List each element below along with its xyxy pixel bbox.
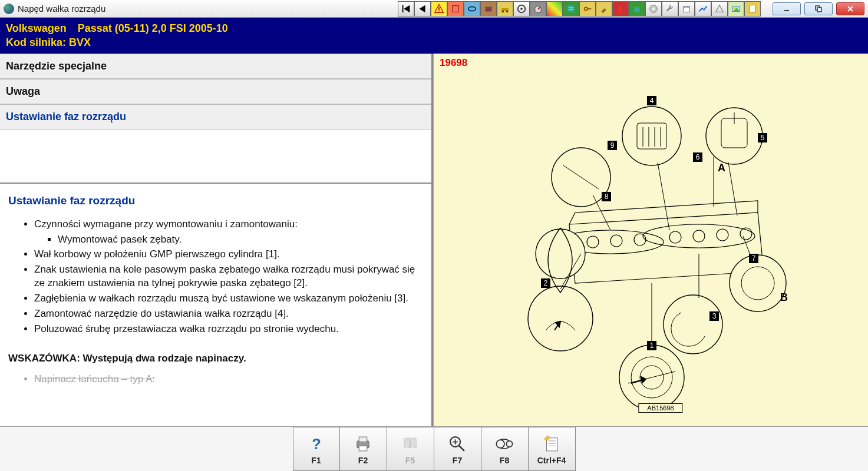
svg-marker-28 [716, 5, 724, 12]
list-icon[interactable] [563, 1, 579, 16]
printer-icon [353, 433, 373, 455]
svg-rect-21 [618, 6, 622, 12]
svg-line-68 [658, 162, 669, 230]
f5-button: F5 [387, 427, 434, 471]
section-special-tools[interactable]: Narzędzie specjalne [0, 54, 431, 79]
svg-rect-99 [359, 437, 367, 442]
svg-line-69 [728, 162, 737, 215]
belt-pulley-icon [494, 433, 514, 455]
svg-point-43 [669, 231, 681, 243]
graph-icon[interactable] [695, 1, 711, 16]
fuel-icon[interactable] [612, 1, 629, 16]
app-icon [4, 4, 14, 14]
hint-text: WSKAZÓWKA: Występują dwa rodzaje napinac… [8, 353, 423, 364]
svg-point-50 [622, 107, 681, 165]
left-pane: Narzędzie specjalne Uwaga Ustawianie faz… [0, 54, 433, 426]
prev-icon[interactable] [414, 1, 431, 16]
wheel-icon[interactable] [513, 1, 530, 16]
svg-rect-32 [750, 5, 755, 12]
list-item-cutoff: Napinacz łańcucha – typ A: [34, 373, 423, 386]
svg-marker-2 [420, 5, 425, 12]
svg-text:7: 7 [752, 254, 756, 263]
svg-point-25 [652, 8, 655, 10]
car-icon[interactable] [497, 1, 513, 16]
belt-icon[interactable] [464, 1, 480, 16]
svg-point-39 [643, 224, 755, 248]
list-item: Wał korbowy w położeniu GMP pierwszego c… [34, 248, 423, 261]
svg-rect-0 [402, 5, 404, 12]
ctrl-f4-notes-button[interactable]: Ctrl+F4 [529, 427, 576, 471]
svg-text:5: 5 [761, 134, 765, 142]
svg-rect-23 [635, 7, 640, 12]
can-icon[interactable] [629, 1, 645, 16]
f7-zoom-button[interactable]: F7 [434, 427, 481, 471]
diagram-ref-box: AB15698 [638, 403, 682, 413]
list-item: Zagłębienia w wałkach rozrządu muszą być… [34, 292, 423, 306]
maximize-button[interactable] [804, 2, 833, 15]
svg-text:1: 1 [650, 341, 654, 350]
engine-code-value: BVX [69, 37, 91, 48]
svg-point-53 [730, 255, 786, 311]
list-item: Zamontować narzędzie do ustawiania wałka… [34, 307, 423, 321]
svg-marker-1 [404, 5, 410, 12]
minimize-button[interactable] [773, 2, 801, 15]
svg-point-19 [585, 7, 588, 10]
chart-icon[interactable] [546, 1, 563, 16]
page-icon[interactable] [744, 1, 761, 16]
svg-point-41 [610, 235, 622, 247]
f2-print-button[interactable]: F2 [340, 427, 387, 471]
f1-help-button[interactable]: ? F1 [293, 427, 340, 471]
svg-rect-4 [438, 7, 440, 9]
wrench-icon[interactable] [662, 1, 678, 16]
content-heading: Ustawianie faz rozrządu [8, 194, 423, 207]
svg-rect-27 [684, 6, 690, 8]
titlebar: Napęd wałka rozrządu [0, 0, 868, 18]
svg-text:B: B [780, 291, 788, 303]
first-icon[interactable] [398, 1, 414, 16]
f8-belt-button[interactable]: F8 [481, 427, 529, 471]
diagram-pane: 19698 [433, 54, 868, 426]
flag-icon[interactable] [447, 1, 464, 16]
section-timing-setup[interactable]: Ustawianie faz rozrządu [0, 104, 431, 130]
svg-text:6: 6 [696, 153, 700, 161]
svg-point-44 [693, 230, 705, 242]
svg-point-40 [587, 236, 599, 248]
engine-code-label: Kod silnika: [6, 37, 66, 48]
list-item: Wymontować pasek zębaty. [58, 233, 423, 247]
disc-icon[interactable] [645, 1, 662, 16]
svg-point-54 [536, 229, 585, 278]
warning-icon[interactable] [431, 1, 447, 16]
section-gap [0, 130, 431, 183]
svg-text:3: 3 [712, 312, 717, 320]
svg-line-102 [459, 445, 464, 450]
close-button[interactable] [836, 2, 864, 15]
help-icon: ? [306, 433, 326, 455]
svg-rect-8 [486, 6, 492, 11]
diagram-ref: 19698 [440, 57, 467, 69]
engine-icon[interactable] [480, 1, 497, 16]
tool-icon[interactable] [596, 1, 612, 16]
svg-point-47 [528, 286, 593, 351]
svg-text:9: 9 [610, 141, 615, 150]
content-scroll[interactable]: Ustawianie faz rozrządu Czynności wymaga… [0, 183, 431, 426]
tri-icon[interactable] [711, 1, 728, 16]
gauge-icon[interactable] [530, 1, 546, 16]
svg-point-11 [506, 10, 509, 12]
function-key-bar: ? F1 F2 F5 F7 F8 Ctrl+F4 [0, 426, 868, 471]
svg-rect-16 [568, 5, 575, 12]
svg-point-45 [717, 229, 728, 241]
pic-icon[interactable] [728, 1, 744, 16]
toolbar [398, 1, 761, 16]
list-item: Czynności wymagane przy wymontowaniu i z… [34, 218, 423, 247]
window-controls [773, 2, 864, 15]
svg-point-42 [634, 234, 646, 246]
key-icon[interactable] [579, 1, 596, 16]
svg-rect-6 [452, 5, 460, 12]
section-note[interactable]: Uwaga [0, 79, 431, 104]
cal-icon[interactable] [678, 1, 695, 16]
svg-point-52 [664, 295, 722, 354]
list-item: Poluzować śrubę przestawiacza wałka rozr… [34, 323, 423, 336]
diagram-image: 1 2 3 4 5 6 7 8 9 A B [504, 77, 817, 424]
svg-point-105 [496, 440, 504, 448]
svg-rect-107 [547, 437, 558, 450]
